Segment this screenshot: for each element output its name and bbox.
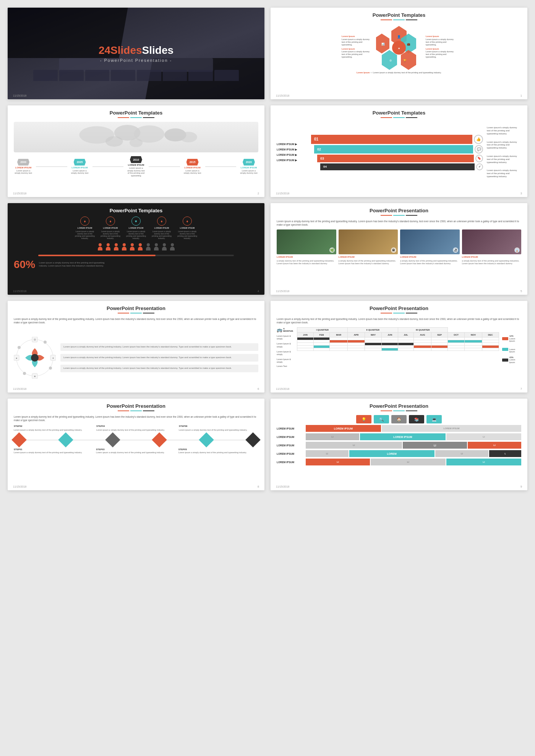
svg-point-27 [18,346,21,349]
photos-row: 🌿 LOREM IPSUM a simply dummy text of the… [277,229,521,265]
slide-9-header: PowerPoint Presentation [14,403,258,411]
slide-8-title: PowerPoint Presentation [277,305,521,311]
chart-rows: LOREM IPSUM LOREM IPSUM LOREM IPSUM LORE… [277,425,521,465]
svg-text:⚙: ⚙ [389,59,392,62]
diamond-row [14,435,258,445]
svg-text:⚙: ⚙ [34,338,36,341]
slide-8-body: Lorem ipsum a simply dummy text of the p… [277,317,521,324]
chart-row-4: LOREM IPSUM LI LOREM LI L [277,450,521,457]
step-col-2: STEP04 Lorem ipsum a simply dummy text o… [96,425,176,431]
hex-bottom-text: Lorem Ipsum — Lorem ipsum a simply dummy… [277,71,521,74]
circle-item-2: Lorem ipsum a simply dummy text of the p… [60,354,258,362]
slide-2-header: PowerPoint Templates [277,12,521,20]
slide-2-footer: 11/15/2018 1 [276,94,522,97]
photo-4-icon: 👔 [514,247,520,253]
bar-dark-3 [143,117,154,118]
cover-subtitle: - PowerPoint Presentation - [99,58,173,63]
slide-2[interactable]: PowerPoint Templates Lorem IpsumLorem ip… [271,8,527,99]
slide-6[interactable]: PowerPoint Presentation Lorem ipsum a si… [271,203,527,295]
circle-item-1: Lorem ipsum a simply dummy text of the p… [60,343,258,351]
slide-10[interactable]: PowerPoint Presentation 💡 🔍 🏠 📚 💻 LOREM … [271,399,527,490]
calendar-layout: 🚌 4 MONTHS Lorem Ipsum & simply Lorem Ip… [277,327,521,368]
slide-4[interactable]: PowerPoint Templates LOREM IPSUM ▶ LOREM… [271,105,527,197]
svg-point-25 [49,367,52,370]
circle-item-3: Lorem ipsum a simply dummy text of the p… [60,365,258,372]
timeline-node-2: 2005 LOREM IPSUM Lorem ipsum a simply du… [70,159,89,174]
hexagon-container: Lorem IpsumLorem ipsum a simply dummy te… [277,24,521,70]
svg-text:💼: 💼 [407,42,410,46]
svg-text:🏆: 🏆 [403,59,407,62]
chart-row-3: LOREM IPSUM LI LI LI [277,442,521,449]
dark-desc: Lorem ipsum a simply dummy text of the p… [39,262,108,268]
slide-8[interactable]: PowerPoint Presentation Lorem ipsum a si… [271,301,527,393]
svg-text:♦: ♦ [52,357,54,359]
steps-bottom: STEP01 Lorem ipsum a simply dummy text o… [14,448,258,454]
slide-3-footer: 11/15/2018 2 [13,192,259,195]
step-bottom-1: STEP01 Lorem ipsum a simply dummy text o… [14,448,94,454]
cal-grid: I QUARTER II QUARTER III QUARTER JANFEBM… [297,327,499,351]
slide-9[interactable]: PowerPoint Presentation Lorem ipsum a si… [8,399,264,490]
svg-point-18 [130,138,143,147]
slide-5-title: PowerPoint Templates [14,208,258,213]
funnel-diagram: LOREM IPSUM ▶ LOREM IPSUM ▶ LOREM IPSUM … [277,122,521,183]
cal-first-col: 🚌 4 MONTHS Lorem Ipsum & simply Lorem Ip… [277,327,294,368]
photo-4: 👔 LOREM IPSUM a simply dummy text of the… [462,229,522,265]
slide-6-body: Lorem ipsum a simply dummy text of the p… [277,220,521,226]
slide-7[interactable]: PowerPoint Presentation Lorem ipsum a si… [8,301,264,393]
slide-9-title: PowerPoint Presentation [14,403,258,409]
slide-1-footer: 11/15/2018 [13,94,259,97]
icon-box-2: 🔍 [374,415,389,423]
slide-7-bar [14,313,258,313]
people-icons [14,243,258,252]
bar-teal [393,19,405,20]
slide-grid: 24SlidesSlides - PowerPoint Presentation… [8,8,527,490]
step-bottom-3: STEP05 Lorem ipsum a simply dummy text o… [178,448,258,454]
slide-3-bar [14,117,258,118]
slide-4-header: PowerPoint Templates [277,110,521,118]
slide-10-bar [277,410,521,411]
slide-1[interactable]: 24SlidesSlides - PowerPoint Presentation… [8,8,264,99]
timeline-node-5: 2020 LOREM IPSUM Lorem ipsum a simply du… [239,159,258,174]
slide-6-header: PowerPoint Presentation [277,208,521,216]
photo-2-icon: 🏛 [391,247,396,253]
svg-text:●: ● [16,357,17,359]
diamond-5 [199,432,214,447]
slide-2-title-bar [277,19,521,20]
slide-3-title: PowerPoint Templates [14,110,258,116]
timeline-node-1: 2000 LOREM IPSUM Lorem ipsum a simply du… [14,159,33,174]
slide-3[interactable]: PowerPoint Templates [8,105,264,197]
slide-5[interactable]: PowerPoint Templates ♦ LOREM IPSUM Lorem… [8,203,264,295]
timeline-node-3: 2010 LOREM IPSUM Lorem ipsum a simply du… [126,156,146,177]
slide-10-header: PowerPoint Presentation [277,403,521,411]
slide-7-header: PowerPoint Presentation [14,305,258,313]
bar-red [381,19,392,20]
logo-text: 24SlidesSlides [99,44,173,57]
slide-10-title: PowerPoint Presentation [277,403,521,409]
diamond-6 [245,432,261,447]
icon-box-5: 💻 [426,415,442,423]
step-col-1: STEP02 Lorem ipsum a simply dummy text o… [14,425,93,431]
svg-text:★: ★ [34,375,36,378]
progress-bar-bg [38,255,234,256]
svg-text:★: ★ [398,47,400,50]
slide-6-bar [277,215,521,216]
circle-diagram: ⚙ ♦ ★ ● Lorem ipsum a simply dummy text … [14,327,258,388]
timeline-node-4: 2015 LOREM IPSUM Lorem ipsum a simply du… [183,159,202,174]
slide-4-bar [277,117,521,118]
funnel-descriptions: Lorem ipsum's simply dummy text of the p… [487,126,521,178]
slide-4-footer: 11/15/2018 3 [276,192,522,195]
step-bottom-2: STEP03 Lorem ipsum a simply dummy text o… [96,448,176,454]
slide-7-footer: 11/15/2018 6 [13,388,259,390]
steps-top: STEP02 Lorem ipsum a simply dummy text o… [14,425,258,431]
slide-9-footer: 11/15/2018 8 [13,485,259,488]
svg-text:📊: 📊 [381,42,385,46]
slide-6-title: PowerPoint Presentation [277,208,521,213]
slide-6-footer: 11/15/2018 5 [276,290,522,292]
cal-legend: 12%Lorem Ipsum Lorem Ipsum 43%Lorem Ipsu… [502,327,521,363]
bar-dark [406,19,417,20]
progress-bar-fill [38,255,156,256]
slide-8-bar [277,313,521,313]
slide-9-body: Lorem ipsum a simply dummy text of the p… [14,415,258,422]
photo-1-icon: 🌿 [329,247,335,253]
bar-red-3 [118,117,129,118]
